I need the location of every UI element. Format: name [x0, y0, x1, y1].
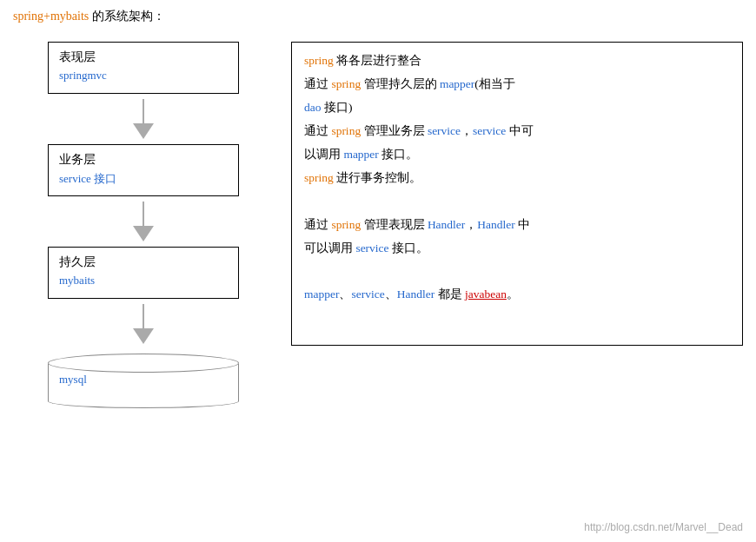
presentation-layer-sub: springmvc: [59, 69, 228, 83]
db-top: [48, 354, 239, 373]
presentation-layer-box: 表现层 springmvc: [48, 42, 239, 94]
arrow-line-3: [143, 304, 144, 328]
persistence-layer-sub: mybaits: [59, 274, 228, 288]
title-suffix: 的系统架构：: [92, 10, 165, 23]
arrow-line-1: [143, 99, 144, 123]
rp-line-5: 以调用 mapper 接口。: [304, 145, 730, 165]
rp-blank-1: [304, 192, 730, 212]
presentation-layer-title: 表现层: [59, 50, 228, 65]
database-cylinder: mysql: [48, 354, 239, 408]
arrow-1: [133, 99, 154, 139]
db-bottom: [48, 394, 239, 408]
rp-line-4: 通过 spring 管理业务层 service，service 中可: [304, 122, 730, 142]
left-column: 表现层 springmvc 业务层 service 接口 持久层 myb: [13, 42, 274, 408]
service-layer-title: 业务层: [59, 152, 228, 168]
db-label: mysql: [59, 373, 87, 387]
rp-line-3: dao 接口): [304, 98, 730, 118]
arrow-line-2: [143, 202, 144, 226]
persistence-layer-title: 持久层: [59, 254, 228, 270]
arrow-2: [133, 202, 154, 241]
arrow-triangle-1: [133, 123, 154, 139]
rp-line-9: mapper、service、Handler 都是 javabean。: [304, 285, 730, 305]
rp-blank-2: [304, 261, 730, 281]
watermark: http://blog.csdn.net/Marvel__Dead: [584, 521, 743, 533]
right-panel: spring 将各层进行整合 通过 spring 管理持久层的 mapper(相…: [291, 42, 743, 346]
service-layer-sub: service 接口: [59, 171, 228, 187]
arrow-triangle-2: [133, 226, 154, 241]
main-layout: 表现层 springmvc 业务层 service 接口 持久层 myb: [13, 42, 743, 408]
rp-line-2: 通过 spring 管理持久层的 mapper(相当于: [304, 75, 730, 95]
rp-line-7: 通过 spring 管理表现层 Handler，Handler 中: [304, 215, 730, 235]
rp-line-8: 可以调用 service 接口。: [304, 239, 730, 259]
service-layer-box: 业务层 service 接口: [48, 144, 239, 196]
arrow-triangle-3: [133, 328, 154, 344]
page-title: spring+mybaits 的系统架构：: [13, 9, 743, 24]
page-container: spring+mybaits 的系统架构： 表现层 springmvc 业务层 …: [0, 0, 756, 542]
rp-line-1: spring 将各层进行整合: [304, 51, 730, 71]
persistence-layer-box: 持久层 mybaits: [48, 247, 239, 299]
arrow-3: [133, 304, 154, 344]
title-highlight: spring+mybaits: [13, 10, 89, 23]
rp-line-6: spring 进行事务控制。: [304, 169, 730, 188]
